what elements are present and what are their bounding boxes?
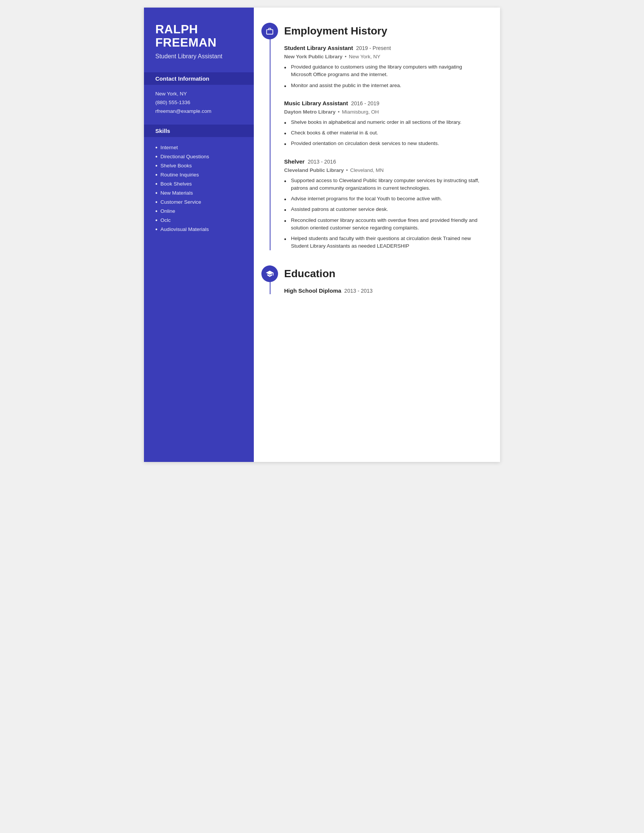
candidate-title: Student Library Assistant: [155, 52, 242, 61]
skill-item: New Materials: [155, 188, 242, 198]
job-dates: 2013 - 2016: [308, 159, 336, 165]
edu-degree: High School Diploma: [284, 287, 341, 294]
briefcase-icon: [266, 27, 274, 35]
skill-item: Internet: [155, 143, 242, 152]
job-company: New York Public Library•New York, NY: [284, 54, 483, 60]
job-title: Music Library Assistant: [284, 100, 348, 106]
skill-item: Customer Service: [155, 198, 242, 207]
job-title: Shelver: [284, 158, 304, 165]
job-bullets: Provided guidance to customers using the…: [284, 63, 483, 89]
job-company: Cleveland Public Library•Cleveland, MN: [284, 167, 483, 173]
timeline-line: [270, 23, 270, 250]
job-bullet: Check books & other material in & out.: [284, 129, 483, 137]
contact-section-header: Contact Information: [144, 72, 254, 85]
graduation-icon: [266, 270, 274, 278]
job-item: Student Library Assistant2019 - PresentN…: [284, 45, 483, 89]
skill-item: Book Shelves: [155, 180, 242, 188]
job-header: Student Library Assistant2019 - Present: [284, 45, 483, 51]
main-content: Employment History Student Library Assis…: [254, 8, 500, 462]
skill-item: Directional Questions: [155, 152, 242, 161]
edu-dates: 2013 - 2013: [345, 288, 373, 294]
skills-list: InternetDirectional QuestionsShelve Book…: [155, 143, 242, 234]
education-list: High School Diploma2013 - 2013: [284, 287, 483, 294]
job-bullet: Supported access to Cleveland Public lib…: [284, 177, 483, 192]
skills-section-header: Skills: [144, 125, 254, 137]
job-bullet: Reconciled customer library accounts wit…: [284, 217, 483, 232]
job-company: Dayton Metro Library•Miamisburg, OH: [284, 109, 483, 115]
education-section: Education High School Diploma2013 - 2013: [261, 265, 483, 294]
skill-item: Online: [155, 207, 242, 216]
contact-email: rfreeman@example.com: [155, 108, 242, 114]
job-bullet: Assisted patrons at customer service des…: [284, 206, 483, 213]
job-header: Music Library Assistant2016 - 2019: [284, 100, 483, 107]
education-title: Education: [284, 265, 483, 280]
employment-timeline: Employment History Student Library Assis…: [261, 23, 483, 250]
job-item: Music Library Assistant2016 - 2019Dayton…: [284, 100, 483, 148]
job-bullet: Advise internet programs for the local Y…: [284, 195, 483, 203]
jobs-list: Student Library Assistant2019 - PresentN…: [284, 45, 483, 250]
job-dates: 2019 - Present: [356, 45, 391, 51]
sidebar: RALPH FREEMAN Student Library Assistant …: [144, 8, 254, 462]
contact-phone: (880) 555-1336: [155, 100, 242, 105]
job-title: Student Library Assistant: [284, 45, 353, 51]
skill-item: Shelve Books: [155, 161, 242, 170]
job-bullet: Helped students and faculty with their q…: [284, 235, 483, 250]
candidate-name: RALPH FREEMAN: [155, 23, 242, 49]
resume-container: RALPH FREEMAN Student Library Assistant …: [144, 8, 500, 462]
education-icon: [261, 265, 278, 282]
job-bullets: Supported access to Cleveland Public lib…: [284, 177, 483, 250]
job-bullet: Shelve books in alphabetical and numeric…: [284, 119, 483, 126]
job-item: Shelver2013 - 2016Cleveland Public Libra…: [284, 158, 483, 250]
job-header: Shelver2013 - 2016: [284, 158, 483, 165]
employment-section: Employment History Student Library Assis…: [261, 23, 483, 250]
employment-title: Employment History: [284, 23, 483, 37]
skills-section: Skills InternetDirectional QuestionsShel…: [155, 125, 242, 234]
job-dates: 2016 - 2019: [351, 100, 380, 106]
education-content: Education High School Diploma2013 - 2013: [284, 265, 483, 294]
contact-location: New York, NY: [155, 91, 242, 96]
employment-content: Employment History Student Library Assis…: [284, 23, 483, 250]
job-bullet: Provided orientation on circulation desk…: [284, 140, 483, 147]
edu-item: High School Diploma2013 - 2013: [284, 287, 483, 294]
employment-icon: [261, 23, 278, 39]
job-bullets: Shelve books in alphabetical and numeric…: [284, 119, 483, 148]
job-bullet: Provided guidance to customers using the…: [284, 63, 483, 79]
job-bullet: Monitor and assist the public in the int…: [284, 82, 483, 89]
skill-item: Oclc: [155, 216, 242, 225]
education-timeline: Education High School Diploma2013 - 2013: [261, 265, 483, 294]
skill-item: Audiovisual Materials: [155, 225, 242, 234]
skill-item: Routine Inquiries: [155, 170, 242, 180]
contact-section: Contact Information New York, NY (880) 5…: [155, 72, 242, 114]
